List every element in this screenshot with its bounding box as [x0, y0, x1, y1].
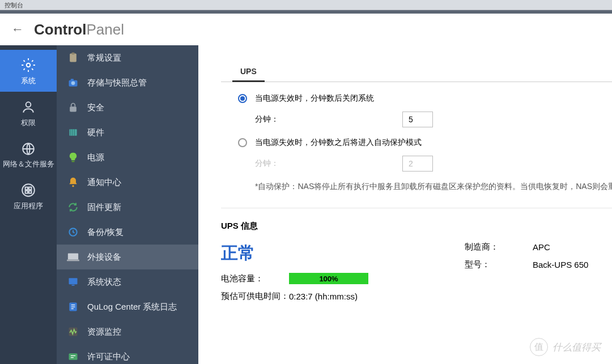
svg-point-1 [26, 102, 31, 107]
rail-item-label: 应用程序 [14, 201, 43, 211]
sidebar-item-hardware[interactable]: 硬件 [57, 120, 198, 145]
window-titlebar: 控制台 [0, 0, 612, 10]
model-value: Back-UPS 650 [533, 260, 588, 269]
sidebar-item-label: 电源 [87, 152, 104, 163]
divider [221, 208, 612, 208]
autoprotect-note: *自动保护：NAS将停止所有执行中服务且卸载所有磁盘区来保护您的资料。当供电恢复… [255, 182, 612, 192]
svg-rect-18 [68, 254, 78, 260]
runtime-label: 预估可供电时间： [221, 291, 289, 302]
sidebar-item-label: 许可证中心 [87, 352, 130, 362]
svg-rect-4 [26, 187, 28, 189]
sidebar-item-notification[interactable]: 通知中心 [57, 170, 198, 195]
svg-rect-7 [29, 191, 31, 193]
app-header: ← ControlPanel [0, 14, 612, 45]
sidebar-item-label: 通知中心 [87, 177, 121, 188]
update-icon [67, 201, 79, 213]
app-title: ControlPanel [34, 21, 124, 38]
user-icon [21, 100, 36, 114]
sidebar-item-label: 固件更新 [87, 202, 121, 213]
restore-icon [67, 226, 79, 238]
sidebar-item-license[interactable]: 许可证中心 [57, 344, 198, 364]
svg-rect-24 [69, 353, 78, 360]
sidebar-item-security[interactable]: 安全 [57, 95, 198, 120]
tab-row: UPS [221, 62, 612, 82]
globe-icon [21, 142, 36, 156]
svg-point-0 [27, 63, 31, 67]
sidebar-item-external-device[interactable]: 外接设备 [57, 245, 198, 269]
watermark-text: 什么值得买 [552, 341, 601, 354]
sidebar-item-label: 系统状态 [87, 277, 121, 288]
sidebar-item-power[interactable]: 电源 [57, 145, 198, 170]
sidebar-item-firmware[interactable]: 固件更新 [57, 195, 198, 220]
watermark-badge: 值 [530, 338, 548, 356]
sidebar-item-label: 常规设置 [87, 53, 121, 63]
minutes-label-2: 分钟： [255, 159, 402, 169]
bell-icon [67, 176, 79, 189]
back-arrow-icon[interactable]: ← [11, 22, 24, 37]
tab-ups[interactable]: UPS [232, 62, 265, 82]
sidebar-item-label: 存储与快照总管 [87, 78, 147, 88]
battery-progress: 100% [289, 273, 368, 284]
model-label: 型号： [465, 259, 533, 270]
svg-point-16 [72, 185, 74, 187]
maker-label: 制造商： [465, 242, 533, 252]
app-title-light: Panel [86, 21, 124, 38]
svg-rect-8 [70, 54, 76, 62]
svg-rect-21 [72, 285, 75, 286]
log-icon [67, 301, 79, 313]
sidebar-item-label: QuLog Center 系统日志 [87, 302, 177, 312]
runtime-value: 0:23:7 (hh:mm:ss) [289, 292, 358, 301]
svg-rect-6 [26, 191, 28, 193]
svg-rect-14 [69, 129, 76, 136]
rail-item-network[interactable]: 网络＆文件服务 [0, 134, 57, 175]
sidebar-item-general[interactable]: 常规设置 [57, 45, 198, 70]
sidebar-item-qulog[interactable]: QuLog Center 系统日志 [57, 294, 198, 319]
radio-autoprotect-label: 当电源失效时，分钟数之后将进入自动保护模式 [255, 138, 422, 148]
radio-shutdown[interactable] [238, 94, 247, 103]
sidebar-item-label: 硬件 [87, 127, 104, 138]
camera-icon [67, 76, 79, 89]
bulb-icon [67, 151, 79, 164]
rail-item-label: 权限 [21, 118, 36, 128]
svg-point-11 [71, 82, 75, 85]
rail-item-label: 网络＆文件服务 [3, 160, 54, 169]
battery-label: 电池容量： [221, 273, 289, 284]
ups-info-title: UPS 信息 [221, 221, 612, 232]
maker-value: APC [533, 242, 550, 252]
svg-rect-15 [72, 161, 75, 162]
svg-rect-5 [29, 187, 31, 189]
clipboard-icon [67, 52, 79, 64]
svg-rect-20 [69, 278, 78, 284]
grid-icon [21, 183, 36, 198]
wave-icon [67, 326, 79, 338]
rail-item-label: 系统 [21, 76, 36, 86]
sidebar-item-label: 备份/恢复 [87, 227, 124, 238]
radio-autoprotect[interactable] [238, 138, 247, 147]
license-icon [67, 350, 79, 363]
minutes-input-2 [402, 156, 433, 172]
lock-icon [67, 101, 79, 114]
sidebar: 常规设置 存储与快照总管 安全 硬件 电源 通知中心 固件更新 备份/恢复 [57, 45, 198, 364]
sidebar-item-resource-monitor[interactable]: 资源监控 [57, 319, 198, 344]
svg-rect-12 [71, 79, 74, 80]
rail-item-applications[interactable]: 应用程序 [0, 175, 57, 217]
sidebar-item-label: 资源监控 [87, 327, 121, 337]
rail-item-privileges[interactable]: 权限 [0, 92, 57, 134]
svg-rect-13 [70, 106, 76, 112]
rail-item-system[interactable]: 系统 [0, 50, 57, 92]
sidebar-item-system-status[interactable]: 系统状态 [57, 269, 198, 294]
monitor-icon [67, 276, 79, 288]
minutes-label-1: 分钟： [255, 114, 402, 125]
sidebar-item-backup[interactable]: 备份/恢复 [57, 220, 198, 245]
sidebar-item-label: 安全 [87, 102, 104, 113]
minutes-input-1[interactable] [402, 112, 433, 127]
content-pane: UPS 当电源失效时，分钟数后关闭系统 分钟： 当电源失效时，分钟数之后将进入自… [198, 45, 612, 364]
window-title: 控制台 [5, 2, 23, 8]
watermark: 值 什么值得买 [530, 338, 601, 356]
radio-shutdown-label: 当电源失效时，分钟数后关闭系统 [255, 93, 374, 104]
chip-icon [67, 126, 79, 139]
svg-rect-19 [67, 260, 79, 262]
category-rail: 系统 权限 网络＆文件服务 应用程序 [0, 45, 57, 364]
device-icon [67, 251, 79, 263]
sidebar-item-storage[interactable]: 存储与快照总管 [57, 70, 198, 95]
